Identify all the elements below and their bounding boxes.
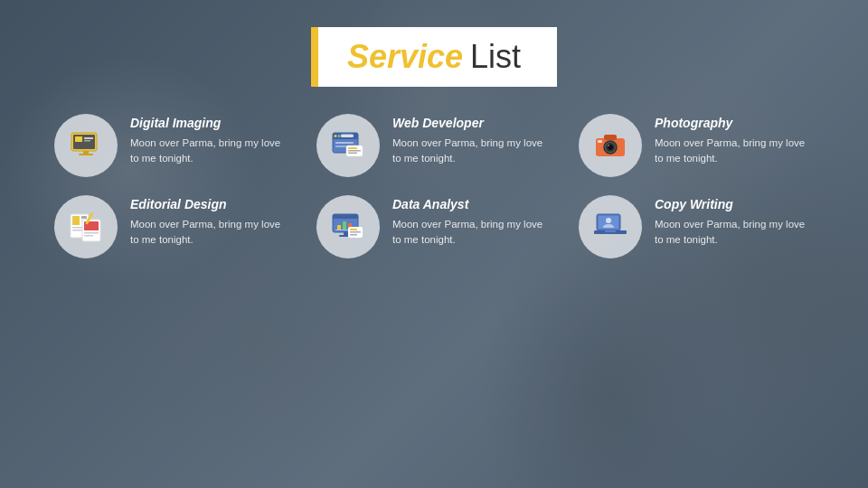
svg-rect-16 (348, 147, 357, 149)
svg-rect-5 (83, 151, 89, 154)
editorial-design-icon-wrap (54, 195, 118, 258)
svg-rect-17 (348, 150, 361, 152)
svg-rect-54 (605, 230, 616, 232)
digital-imaging-desc: Moon over Parma, bring my love to me ton… (130, 136, 289, 167)
web-developer-icon-wrap (316, 114, 380, 177)
digital-imaging-text: Digital Imaging Moon over Parma, bring m… (130, 114, 289, 167)
service-item-photography: Photography Moon over Parma, bring my lo… (579, 114, 814, 177)
photography-name: Photography (655, 116, 814, 130)
svg-rect-40 (337, 225, 341, 230)
data-analyst-icon-wrap (316, 195, 380, 258)
svg-rect-48 (350, 231, 361, 233)
digital-imaging-name: Digital Imaging (130, 116, 289, 130)
service-item-editorial-design: Editorial Design Moon over Parma, bring … (54, 195, 289, 258)
svg-rect-31 (72, 230, 83, 231)
web-developer-desc: Moon over Parma, bring my love to me ton… (392, 136, 552, 167)
svg-rect-28 (81, 216, 87, 219)
photography-desc: Moon over Parma, bring my love to me ton… (655, 136, 814, 167)
copy-writing-text: Copy Writing Moon over Parma, bring my l… (655, 195, 814, 249)
svg-rect-18 (348, 153, 357, 155)
svg-point-12 (338, 135, 341, 137)
editorial-design-name: Editorial Design (130, 197, 289, 211)
web-developer-text: Web Developer Moon over Parma, bring my … (392, 114, 552, 167)
copy-writing-icon (590, 207, 630, 247)
svg-rect-2 (75, 136, 82, 142)
svg-rect-6 (79, 154, 93, 155)
copy-writing-icon-wrap (579, 195, 642, 258)
svg-rect-27 (72, 216, 80, 225)
service-item-copy-writing: Copy Writing Moon over Parma, bring my l… (579, 195, 814, 258)
photography-icon (590, 126, 630, 165)
title-list: List (470, 38, 521, 76)
svg-rect-20 (604, 135, 617, 140)
title-box: Service List (311, 27, 557, 87)
digital-imaging-icon-wrap (54, 114, 118, 177)
data-analyst-icon (328, 207, 368, 247)
svg-rect-41 (343, 221, 346, 230)
photography-icon-wrap (579, 114, 642, 177)
svg-point-24 (608, 145, 609, 146)
service-item-digital-imaging: Digital Imaging Moon over Parma, bring m… (54, 114, 289, 177)
svg-rect-34 (84, 232, 99, 234)
editorial-design-text: Editorial Design Moon over Parma, bring … (130, 195, 289, 249)
main-content: Service List Digital Imaging Moon over P… (0, 0, 868, 488)
svg-point-11 (335, 135, 337, 137)
editorial-design-icon (66, 207, 106, 247)
web-developer-icon (328, 126, 368, 165)
svg-rect-3 (84, 137, 93, 139)
data-analyst-desc: Moon over Parma, bring my love to me ton… (392, 217, 552, 249)
svg-rect-10 (341, 135, 354, 138)
photography-text: Photography Moon over Parma, bring my lo… (655, 114, 814, 167)
data-analyst-name: Data Analyst (392, 197, 552, 211)
editorial-design-desc: Moon over Parma, bring my love to me ton… (130, 217, 289, 249)
svg-rect-13 (335, 142, 354, 144)
data-analyst-text: Data Analyst Moon over Parma, bring my l… (392, 195, 552, 249)
svg-rect-4 (84, 140, 90, 142)
svg-rect-39 (333, 216, 358, 219)
web-developer-name: Web Developer (392, 116, 552, 130)
digital-imaging-icon (66, 126, 106, 165)
svg-rect-35 (84, 235, 93, 237)
svg-rect-49 (350, 234, 357, 236)
svg-rect-47 (350, 229, 357, 230)
svg-rect-25 (598, 140, 602, 143)
service-item-web-developer: Web Developer Moon over Parma, bring my … (316, 114, 552, 177)
services-grid: Digital Imaging Moon over Parma, bring m… (54, 114, 814, 258)
copy-writing-desc: Moon over Parma, bring my love to me ton… (655, 217, 814, 249)
title-service: Service (347, 38, 463, 76)
service-item-data-analyst: Data Analyst Moon over Parma, bring my l… (316, 195, 552, 258)
svg-point-52 (606, 218, 611, 223)
copy-writing-name: Copy Writing (655, 197, 814, 211)
